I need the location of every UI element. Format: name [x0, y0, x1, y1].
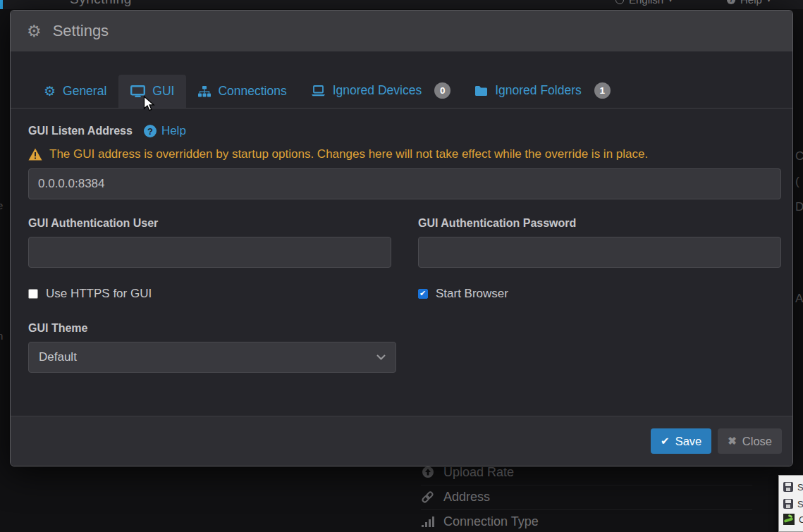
mouse-cursor: [143, 96, 157, 112]
close-icon: ✖: [728, 435, 737, 447]
syncthing-logo-fragment: [0, 0, 3, 9]
globe-icon: [615, 0, 624, 4]
modal-footer: ✔ Save ✖ Close: [11, 416, 792, 466]
tab-ignored-folders[interactable]: Ignored Folders 1: [462, 73, 623, 108]
background-text-fragment: A: [795, 292, 803, 306]
context-menu-item[interactable]: [783, 528, 803, 532]
modal-body: GUI Listen Address ? Help The GUI addres…: [11, 109, 792, 416]
screen: Syncthing English ▾ ? Help ▾ C ( D A e n…: [0, 0, 803, 532]
gui-address-override-warning: The GUI address is overridden by startup…: [28, 147, 781, 161]
tab-general[interactable]: ⚙ General: [32, 75, 118, 108]
menu-item-text-fragment: S: [797, 482, 803, 493]
modal-title: Settings: [53, 22, 109, 40]
gui-listen-address-label: GUI Listen Address: [28, 125, 133, 137]
brand-label: Syncthing: [70, 0, 132, 7]
context-menu-item[interactable]: C: [783, 513, 803, 526]
use-https-label: Use HTTPS for GUI: [46, 287, 152, 301]
warning-text: The GUI address is overridden by startup…: [49, 147, 648, 161]
save-button-label: Save: [675, 435, 702, 448]
chevron-down-icon: ▾: [767, 0, 771, 4]
background-text-fragment: n: [0, 330, 3, 342]
help-link[interactable]: ? Help: [144, 124, 186, 138]
settings-tabs: ⚙ General GUI Connections Ignored Devic: [11, 51, 792, 109]
image-thumbnail-icon: [783, 514, 795, 525]
save-disk-icon: [783, 482, 793, 492]
close-button[interactable]: ✖ Close: [718, 428, 782, 454]
laptop-icon: [311, 85, 326, 97]
gui-theme-label: GUI Theme: [28, 322, 781, 335]
menu-item-text-fragment: S: [797, 499, 803, 509]
tab-label: Connections: [218, 84, 286, 99]
tab-connections[interactable]: Connections: [186, 75, 298, 108]
help-link-label: Help: [161, 124, 186, 138]
language-menu-label: English: [629, 0, 663, 6]
context-menu-item[interactable]: S: [783, 481, 803, 493]
gui-theme-value: Default: [39, 350, 77, 364]
ignored-devices-count-badge: 0: [434, 82, 450, 99]
check-icon: ✔: [661, 435, 670, 447]
background-help-menu: ? Help ▾: [727, 0, 771, 7]
context-menu: S S C: [778, 475, 803, 532]
modal-header: ⚙ Settings: [11, 11, 792, 51]
menu-item-text-fragment: C: [799, 514, 803, 525]
row-label: Connection Type: [443, 514, 539, 529]
background-language-menu: English ▾: [615, 0, 673, 7]
sitemap-icon: [198, 86, 211, 97]
gui-auth-user-input[interactable]: [28, 237, 391, 268]
gui-listen-address-input[interactable]: [28, 168, 781, 199]
gear-icon: ⚙: [27, 23, 42, 39]
question-circle-icon: ?: [144, 125, 157, 137]
use-https-checkbox[interactable]: [28, 289, 38, 299]
gui-auth-password-label: GUI Authentication Password: [418, 217, 781, 230]
help-menu-label: Help: [740, 0, 762, 6]
list-item-connection-type: Connection Type: [421, 509, 752, 532]
background-text-fragment: (: [795, 175, 799, 189]
settings-modal: ⚙ Settings ⚙ General GUI Connections: [10, 10, 793, 466]
gui-auth-password-input[interactable]: [418, 237, 781, 268]
link-icon: [421, 490, 434, 504]
context-menu-item[interactable]: S: [783, 497, 803, 510]
chevron-down-icon: [376, 354, 386, 360]
folder-icon: [474, 85, 488, 97]
chevron-down-icon: ▾: [668, 0, 673, 4]
signal-bars-icon: [421, 516, 434, 527]
warning-triangle-icon: [28, 148, 42, 161]
list-item-address: Address: [421, 485, 752, 509]
question-icon: ?: [727, 0, 735, 4]
upload-circle-icon: [421, 466, 434, 478]
start-browser-label: Start Browser: [436, 287, 508, 301]
tab-label: General: [63, 84, 106, 99]
save-button[interactable]: ✔ Save: [651, 428, 711, 454]
tab-label: Ignored Folders: [495, 83, 582, 98]
background-text-fragment: e: [0, 199, 3, 211]
background-text-fragment: C: [795, 149, 803, 163]
save-disk-icon: [783, 499, 793, 509]
row-label: Upload Rate: [443, 465, 514, 480]
ignored-folders-count-badge: 1: [594, 82, 611, 99]
gui-auth-user-label: GUI Authentication User: [28, 217, 391, 230]
gear-icon: ⚙: [44, 85, 56, 98]
tab-ignored-devices[interactable]: Ignored Devices 0: [299, 73, 462, 108]
start-browser-checkbox[interactable]: [418, 289, 428, 299]
background-brand-title: Syncthing: [70, 0, 132, 7]
close-button-label: Close: [742, 435, 772, 448]
background-text-fragment: D: [795, 200, 803, 214]
tab-label: Ignored Devices: [333, 83, 422, 98]
row-label: Address: [443, 490, 490, 505]
gui-theme-select[interactable]: Default: [28, 342, 396, 373]
